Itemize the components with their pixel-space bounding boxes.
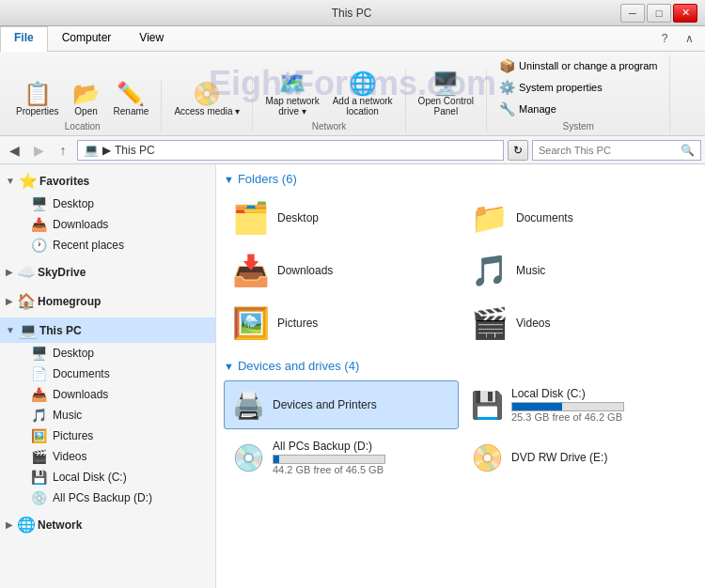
folder-item-downloads[interactable]: 📥 Downloads	[224, 246, 459, 295]
sidebar-item-pc-backup[interactable]: 💿 All PCs Backup (D:)	[23, 487, 215, 508]
add-network-button[interactable]: 🌐 Add a networklocation	[328, 70, 398, 119]
folder-item-pictures[interactable]: 🖼️ Pictures	[224, 299, 459, 348]
sidebar-header-thispc[interactable]: ▼ 💻 This PC	[0, 317, 215, 343]
minimize-button[interactable]: ─	[620, 4, 645, 23]
sidebar-item-pc-music[interactable]: 🎵 Music	[23, 405, 215, 426]
map-network-icon: 🗺️	[278, 72, 306, 95]
maximize-button[interactable]: □	[647, 4, 671, 23]
search-box[interactable]: 🔍	[532, 140, 701, 161]
address-path-icon: 💻	[84, 143, 99, 157]
rename-button[interactable]: ✏️ Rename	[109, 80, 154, 119]
device-item-dvd-e[interactable]: 📀 DVD RW Drive (E:)	[462, 433, 697, 482]
sidebar-item-desktop[interactable]: 🖥️ Desktop	[23, 193, 215, 214]
ribbon-group-controlpanel: 🖥️ Open ControlPanel	[406, 70, 487, 133]
control-panel-button[interactable]: 🖥️ Open ControlPanel	[414, 70, 478, 119]
add-network-icon: 🌐	[349, 72, 377, 95]
folder-videos-icon: 🎬	[471, 305, 509, 341]
folder-item-music[interactable]: 🎵 Music	[462, 246, 697, 295]
dvd-e-icon: 📀	[471, 442, 504, 473]
open-icon: 📂	[72, 83, 101, 105]
pc-desktop-icon: 🖥️	[30, 346, 47, 361]
pc-downloads-icon: 📥	[30, 387, 47, 402]
system-props-icon: ⚙️	[499, 80, 515, 95]
ribbon-help-button[interactable]: ?	[654, 28, 675, 49]
pc-videos-icon: 🎬	[30, 449, 47, 464]
thispc-arrow: ▼	[6, 325, 15, 335]
backup-d-progress	[273, 455, 385, 464]
search-input[interactable]	[539, 145, 677, 156]
address-path-text: ▶	[102, 144, 111, 157]
access-media-button[interactable]: 📀 Access media ▾	[169, 80, 244, 119]
local-c-bar	[512, 403, 562, 410]
sidebar-item-pc-documents[interactable]: 📄 Documents	[23, 364, 215, 384]
devices-arrow: ▼	[224, 361, 234, 372]
access-media-icon: 📀	[193, 83, 221, 105]
folders-arrow: ▼	[224, 174, 234, 185]
sidebar: ▼ ⭐ Favorites 🖥️ Desktop 📥 Downloads 🕐 R…	[0, 164, 216, 588]
sidebar-item-pc-videos[interactable]: 🎬 Videos	[23, 446, 215, 467]
homegroup-arrow: ▶	[6, 296, 13, 306]
skydrive-arrow: ▶	[6, 267, 13, 277]
sidebar-item-pc-desktop[interactable]: 🖥️ Desktop	[23, 343, 215, 364]
sidebar-header-favorites[interactable]: ▼ ⭐ Favorites	[0, 168, 215, 193]
sidebar-item-pc-pictures[interactable]: 🖼️ Pictures	[23, 426, 215, 446]
tab-view[interactable]: View	[125, 26, 178, 51]
desktop-icon: 🖥️	[30, 196, 47, 211]
folder-item-videos[interactable]: 🎬 Videos	[462, 299, 697, 348]
sidebar-item-downloads[interactable]: 📥 Downloads	[23, 214, 215, 235]
sidebar-item-pc-local[interactable]: 💾 Local Disk (C:)	[23, 467, 215, 487]
pc-music-icon: 🎵	[30, 408, 47, 423]
sidebar-header-network[interactable]: ▶ 🌐 Network	[0, 512, 215, 537]
forward-button[interactable]: ▶	[28, 140, 49, 161]
devices-section-header: ▼ Devices and drives (4)	[224, 359, 697, 373]
ribbon-collapse-button[interactable]: ∧	[679, 28, 699, 49]
folder-pictures-icon: 🖼️	[232, 305, 270, 341]
uninstall-button[interactable]: 📦 Uninstall or change a program	[494, 55, 662, 76]
back-button[interactable]: ◀	[4, 140, 24, 161]
local-c-icon: 💾	[471, 390, 504, 421]
folder-downloads-icon: 📥	[232, 253, 270, 288]
backup-d-icon: 💿	[232, 442, 265, 473]
backup-d-bar	[274, 456, 279, 463]
close-button[interactable]: ✕	[673, 4, 697, 23]
folder-music-icon: 🎵	[471, 253, 509, 288]
ribbon-group-access: 📀 Access media ▾	[162, 80, 253, 133]
tab-file[interactable]: File	[0, 26, 48, 52]
folder-item-desktop[interactable]: 🗂️ Desktop	[224, 193, 459, 242]
map-network-button[interactable]: 🗺️ Map networkdrive ▾	[260, 70, 323, 119]
pc-local-icon: 💾	[30, 470, 47, 485]
system-props-button[interactable]: ⚙️ System properties	[494, 77, 662, 98]
refresh-button[interactable]: ↻	[508, 140, 528, 161]
skydrive-icon: ☁️	[17, 263, 34, 281]
sidebar-section-homegroup: ▶ 🏠 Homegroup	[0, 288, 215, 314]
network-arrow: ▶	[6, 519, 13, 530]
folder-desktop-icon: 🗂️	[232, 200, 270, 236]
pc-documents-icon: 📄	[30, 366, 47, 381]
tab-computer[interactable]: Computer	[48, 26, 126, 51]
control-panel-icon: 🖥️	[431, 72, 460, 95]
address-path[interactable]: 💻 ▶ This PC	[77, 140, 504, 161]
ribbon-group-system: 📦 Uninstall or change a program ⚙️ Syste…	[487, 55, 670, 133]
sidebar-section-skydrive: ▶ ☁️ SkyDrive	[0, 259, 215, 285]
local-c-progress	[511, 402, 624, 411]
sidebar-header-skydrive[interactable]: ▶ ☁️ SkyDrive	[0, 259, 215, 285]
folders-grid: 🗂️ Desktop 📁 Documents 📥 Downloads 🎵 Mus…	[224, 193, 697, 348]
device-item-printers[interactable]: 🖨️ Devices and Printers	[224, 380, 459, 429]
folder-documents-icon: 📁	[471, 200, 509, 236]
printers-icon: 🖨️	[232, 390, 265, 421]
search-icon[interactable]: 🔍	[681, 144, 695, 157]
sidebar-item-recent[interactable]: 🕐 Recent places	[23, 235, 215, 255]
address-bar: ◀ ▶ ↑ 💻 ▶ This PC ↻ 🔍	[0, 136, 705, 164]
folder-item-documents[interactable]: 📁 Documents	[462, 193, 697, 242]
sidebar-section-network: ▶ 🌐 Network	[0, 512, 215, 537]
ribbon: File Computer View ? ∧ 📋 Properties 📂 Op…	[0, 26, 705, 136]
up-button[interactable]: ↑	[53, 140, 73, 161]
sidebar-section-thispc: ▼ 💻 This PC 🖥️ Desktop 📄 Documents 📥 Dow…	[0, 317, 215, 508]
sidebar-header-homegroup[interactable]: ▶ 🏠 Homegroup	[0, 288, 215, 314]
sidebar-item-pc-downloads[interactable]: 📥 Downloads	[23, 384, 215, 405]
device-item-local-c[interactable]: 💾 Local Disk (C:) 25.3 GB free of 46.2 G…	[462, 380, 697, 429]
properties-button[interactable]: 📋 Properties	[11, 80, 64, 119]
manage-button[interactable]: 🔧 Manage	[494, 99, 662, 119]
device-item-backup-d[interactable]: 💿 All PCs Backup (D:) 44.2 GB free of 46…	[224, 433, 459, 482]
open-button[interactable]: 📂 Open	[68, 80, 105, 119]
